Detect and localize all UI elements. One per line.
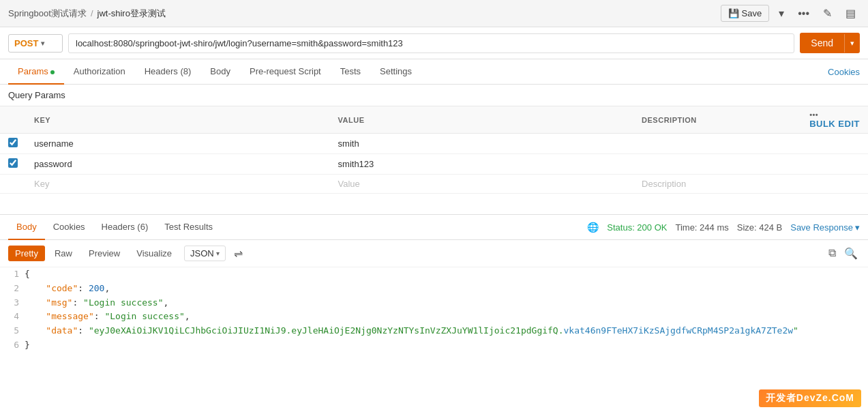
format-raw-button[interactable]: Raw xyxy=(48,246,79,261)
breadcrumb: Springboot测试请求 / jwt-shiro登录测试 xyxy=(8,8,166,20)
row1-key-input[interactable] xyxy=(34,138,322,149)
save-dropdown-button[interactable]: ▾ xyxy=(775,4,788,23)
format-preview-button[interactable]: Preview xyxy=(82,246,127,261)
placeholder-desc: Description xyxy=(642,179,686,189)
json-format-label: JSON xyxy=(190,248,214,258)
params-dot xyxy=(50,70,55,74)
row1-desc-input[interactable] xyxy=(642,138,793,149)
row2-checkbox[interactable] xyxy=(8,158,18,168)
edit-button[interactable]: ✎ xyxy=(819,4,836,23)
placeholder-key: Key xyxy=(34,179,49,189)
more-options-button[interactable]: ••• xyxy=(794,5,813,23)
url-input[interactable] xyxy=(68,33,794,53)
status-size: Size: 424 B xyxy=(737,222,783,233)
method-label: POST xyxy=(14,38,38,48)
response-tab-cookies[interactable]: Cookies xyxy=(45,215,93,240)
copy-icon[interactable]: ⧉ xyxy=(826,245,838,262)
save-label: Save xyxy=(742,8,762,18)
code-line-2: 2 "code": 200, xyxy=(0,282,868,296)
json-format-chevron-icon: ▾ xyxy=(216,250,220,257)
method-selector[interactable]: POST ▾ xyxy=(8,34,63,53)
more-dots-icon[interactable]: ••• xyxy=(809,110,818,119)
tab-authorization[interactable]: Authorization xyxy=(64,59,135,85)
placeholder-value: Value xyxy=(338,179,360,189)
cookies-link[interactable]: Cookies xyxy=(828,67,860,77)
code-line-4: 4 "message": "Login success", xyxy=(0,310,868,324)
save-response-chevron-icon: ▾ xyxy=(855,222,860,233)
row1-checkbox[interactable] xyxy=(8,138,18,147)
filter-icon[interactable]: ⇌ xyxy=(228,244,248,263)
format-pretty-button[interactable]: Pretty xyxy=(8,246,45,261)
col-header-key: KEY xyxy=(26,106,330,134)
response-tab-headers[interactable]: Headers (6) xyxy=(93,215,157,240)
tab-settings[interactable]: Settings xyxy=(370,59,421,85)
row1-value-input[interactable] xyxy=(338,138,626,149)
table-row xyxy=(0,154,868,175)
col-header-value: VALUE xyxy=(330,106,634,134)
tab-headers[interactable]: Headers (8) xyxy=(135,59,201,85)
save-response-button[interactable]: Save Response ▾ xyxy=(790,222,860,233)
status-ok: Status: 200 OK xyxy=(607,222,667,233)
globe-icon: 🌐 xyxy=(587,222,599,233)
row2-key-input[interactable] xyxy=(34,159,322,169)
table-row xyxy=(0,134,868,154)
response-tab-test-results[interactable]: Test Results xyxy=(156,215,221,240)
code-area[interactable]: 1 { 2 "code": 200, 3 "msg": "Login succe… xyxy=(0,267,868,363)
request-tabs: Params Authorization Headers (8) Body Pr… xyxy=(0,59,868,85)
response-tabs: Body Cookies Headers (6) Test Results 🌐 … xyxy=(0,215,868,240)
code-line-6: 6 } xyxy=(0,338,868,353)
tab-params[interactable]: Params xyxy=(8,59,64,85)
section-label: Query Params xyxy=(0,85,868,106)
search-icon[interactable]: 🔍 xyxy=(842,245,860,262)
url-bar: POST ▾ Send ▾ xyxy=(0,27,868,59)
save-button[interactable]: 💾 Save xyxy=(721,5,770,22)
table-row-empty: Key Value Description xyxy=(0,175,868,194)
send-chevron-icon: ▾ xyxy=(844,34,860,53)
json-format-selector[interactable]: JSON ▾ xyxy=(184,246,226,261)
col-header-actions: ••• Bulk Edit xyxy=(801,106,868,134)
tab-body[interactable]: Body xyxy=(200,59,240,85)
code-line-3: 3 "msg": "Login success", xyxy=(0,296,868,310)
status-time: Time: 244 ms xyxy=(675,222,728,233)
response-status-info: 🌐 Status: 200 OK Time: 244 ms Size: 424 … xyxy=(587,222,860,233)
bulk-edit-button[interactable]: Bulk Edit xyxy=(809,119,860,129)
top-bar: Springboot测试请求 / jwt-shiro登录测试 💾 Save ▾ … xyxy=(0,0,868,27)
breadcrumb-separator: / xyxy=(91,8,93,18)
top-bar-actions: 💾 Save ▾ ••• ✎ ▤ xyxy=(721,4,860,23)
params-table: KEY VALUE DESCRIPTION ••• Bulk Edit Key xyxy=(0,106,868,194)
tab-tests[interactable]: Tests xyxy=(331,59,370,85)
save-icon: 💾 xyxy=(728,8,739,18)
send-button[interactable]: Send ▾ xyxy=(800,33,860,53)
code-line-5: 5 "data": "eyJ0eXAiOiJKV1QiLCJhbGciOiJIU… xyxy=(0,324,868,338)
breadcrumb-current[interactable]: jwt-shiro登录测试 xyxy=(98,8,166,20)
breadcrumb-parent[interactable]: Springboot测试请求 xyxy=(8,8,87,20)
response-section: Body Cookies Headers (6) Test Results 🌐 … xyxy=(0,215,868,363)
col-header-desc: DESCRIPTION xyxy=(633,106,801,134)
response-tab-body[interactable]: Body xyxy=(8,215,45,240)
row2-value-input[interactable] xyxy=(338,159,626,169)
format-bar-right: ⧉ 🔍 xyxy=(826,245,860,262)
col-header-checkbox xyxy=(0,106,26,134)
row2-desc-input[interactable] xyxy=(642,159,793,169)
format-bar: Pretty Raw Preview Visualize JSON ▾ ⇌ ⧉ … xyxy=(0,240,868,267)
comment-button[interactable]: ▤ xyxy=(841,4,860,23)
format-visualize-button[interactable]: Visualize xyxy=(130,246,179,261)
tab-prerequest[interactable]: Pre-request Script xyxy=(240,59,331,85)
method-chevron-icon: ▾ xyxy=(41,40,44,47)
send-label: Send xyxy=(800,33,844,53)
code-line-1: 1 { xyxy=(0,267,868,282)
